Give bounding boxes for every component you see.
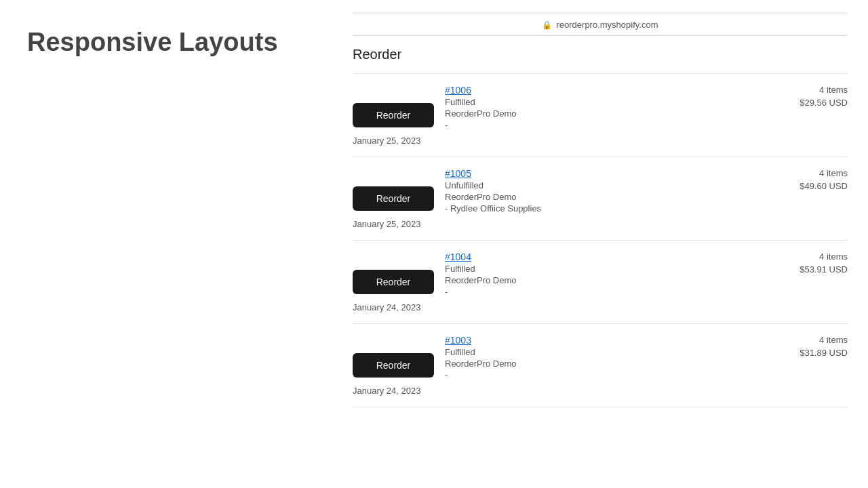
section-title: Reorder: [353, 47, 848, 62]
order-customer-order-1006: ReorderPro Demo: [445, 108, 789, 119]
order-info-order-1003: #1003 Fulfilled ReorderPro Demo -: [445, 335, 789, 380]
order-date-order-1003: January 24, 2023: [353, 383, 434, 396]
order-status-order-1005: Unfulfilled: [445, 180, 789, 190]
reorder-button-order-1003[interactable]: Reorder: [353, 353, 434, 378]
order-total-order-1005: $49.60 USD: [800, 181, 848, 191]
order-info-order-1004: #1004 Fulfilled ReorderPro Demo -: [445, 251, 789, 297]
order-total-order-1003: $31.89 USD: [800, 348, 848, 358]
reorder-button-order-1004[interactable]: Reorder: [353, 270, 434, 294]
order-info-order-1005: #1005 Unfulfilled ReorderPro Demo - Rydl…: [445, 168, 789, 214]
order-total-order-1004: $53.91 USD: [800, 264, 848, 274]
order-status-order-1004: Fulfilled: [445, 264, 789, 274]
reorder-button-order-1005[interactable]: Reorder: [353, 186, 434, 211]
order-meta-order-1005: 4 items $49.60 USD: [800, 168, 848, 191]
order-date-order-1006: January 25, 2023: [353, 133, 434, 146]
order-customer-extra-order-1005: - Rydlee Offiice Supplies: [445, 203, 789, 214]
reorder-button-order-1006[interactable]: Reorder: [353, 103, 434, 127]
order-meta-order-1003: 4 items $31.89 USD: [800, 335, 848, 358]
order-items-count-order-1003: 4 items: [819, 335, 848, 345]
order-item: Reorder #1005 Unfulfilled ReorderPro Dem…: [353, 157, 848, 240]
browser-address-bar: 🔒 reorderpro.myshopify.com: [353, 14, 848, 36]
order-customer-order-1004: ReorderPro Demo: [445, 275, 789, 285]
order-item: Reorder #1003 Fulfilled ReorderPro Demo …: [353, 323, 848, 407]
browser-url: reorderpro.myshopify.com: [556, 20, 658, 30]
order-number-order-1004[interactable]: #1004: [445, 251, 789, 262]
order-customer-extra-order-1004: -: [445, 287, 789, 297]
order-date-order-1004: January 24, 2023: [353, 300, 434, 312]
order-customer-extra-order-1006: -: [445, 120, 789, 130]
order-list: Reorder #1006 Fulfilled ReorderPro Demo …: [353, 73, 848, 407]
order-total-order-1006: $29.56 USD: [800, 98, 848, 108]
order-status-order-1003: Fulfilled: [445, 347, 789, 357]
lock-icon: 🔒: [542, 20, 552, 30]
order-meta-order-1006: 4 items $29.56 USD: [800, 85, 848, 108]
order-info-order-1006: #1006 Fulfilled ReorderPro Demo -: [445, 85, 789, 130]
order-status-order-1006: Fulfilled: [445, 97, 789, 107]
order-number-order-1003[interactable]: #1003: [445, 335, 789, 346]
order-customer-extra-order-1003: -: [445, 370, 789, 380]
order-item: Reorder #1004 Fulfilled ReorderPro Demo …: [353, 240, 848, 323]
order-item: Reorder #1006 Fulfilled ReorderPro Demo …: [353, 73, 848, 157]
order-customer-order-1003: ReorderPro Demo: [445, 359, 789, 369]
order-customer-order-1005: ReorderPro Demo: [445, 192, 789, 202]
order-date-order-1005: January 25, 2023: [353, 216, 434, 229]
order-meta-order-1004: 4 items $53.91 USD: [800, 251, 848, 274]
order-number-order-1006[interactable]: #1006: [445, 85, 789, 96]
order-items-count-order-1006: 4 items: [819, 85, 848, 95]
order-items-count-order-1004: 4 items: [819, 251, 848, 262]
page-title: Responsive Layouts: [27, 27, 305, 58]
order-number-order-1005[interactable]: #1005: [445, 168, 789, 179]
order-items-count-order-1005: 4 items: [819, 168, 848, 178]
